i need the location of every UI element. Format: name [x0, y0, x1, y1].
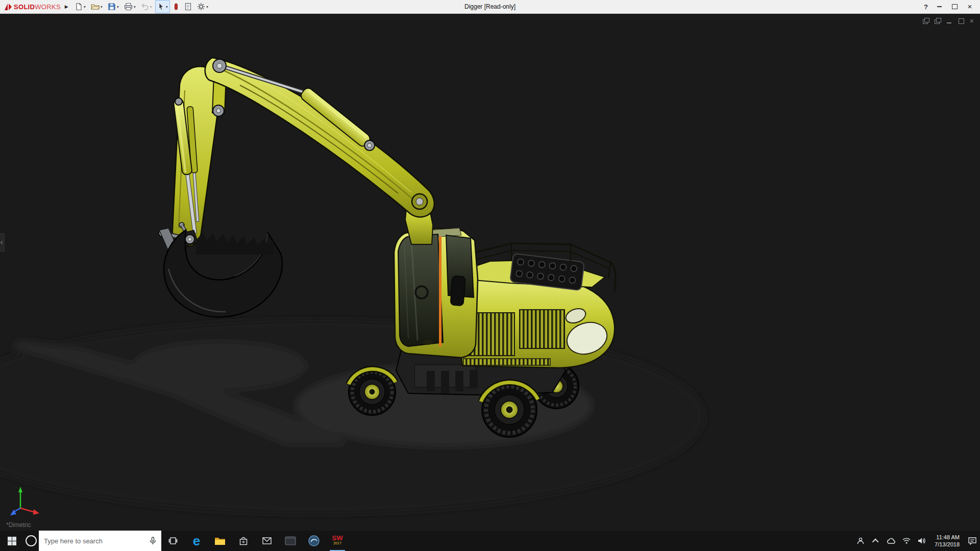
save-button[interactable]: ▾ — [106, 0, 121, 13]
record-macro-icon — [173, 3, 179, 11]
dropdown-caret[interactable]: ▾ — [84, 5, 86, 9]
bucket — [164, 230, 282, 317]
solidworks-rx-icon — [308, 535, 320, 546]
taskbar-clock[interactable]: 11:48 AM 7/13/2018 — [929, 531, 965, 551]
task-view-button[interactable] — [161, 531, 185, 551]
new-document-icon — [75, 3, 83, 11]
select-cursor-icon — [157, 3, 165, 11]
chevron-up-icon — [872, 538, 878, 545]
app-window-button[interactable] — [279, 531, 302, 551]
undo-arrow-icon — [141, 3, 149, 11]
person-icon — [857, 537, 864, 544]
store-button[interactable] — [232, 531, 255, 551]
quick-toolbar: ▾ ▾ ▾ ▾ — [72, 0, 210, 13]
new-window-icon[interactable] — [923, 18, 929, 24]
people-button[interactable] — [853, 531, 868, 551]
cortana-button[interactable] — [23, 531, 39, 551]
dropdown-caret[interactable]: ▾ — [150, 5, 152, 9]
close-button[interactable]: × — [966, 3, 974, 11]
main-boom — [205, 58, 434, 217]
doc-close-icon[interactable]: × — [970, 18, 974, 24]
microphone-icon[interactable] — [144, 537, 161, 545]
task-view-icon — [168, 537, 178, 545]
wifi-icon — [902, 538, 911, 544]
minimize-icon — [937, 6, 942, 7]
dropdown-caret[interactable]: ▾ — [134, 5, 136, 9]
file-properties-button[interactable] — [182, 0, 194, 13]
edge-button[interactable]: e — [185, 531, 208, 551]
view-orientation-label: *Dimetric — [6, 521, 31, 529]
gear-icon — [197, 3, 205, 11]
doc-minimize-icon[interactable] — [946, 18, 953, 24]
dropdown-caret[interactable]: ▾ — [101, 5, 103, 9]
cascade-windows-icon[interactable] — [935, 18, 941, 24]
doc-restore-icon[interactable] — [958, 18, 965, 24]
clock-time: 11:48 AM — [936, 534, 960, 541]
store-icon — [239, 537, 248, 545]
network-button[interactable] — [899, 531, 914, 551]
window-controls: ? × — [924, 3, 980, 11]
orange-pillar-stripe — [439, 236, 442, 346]
edge-icon: e — [193, 534, 200, 547]
search-input[interactable] — [39, 537, 144, 545]
dropdown-caret[interactable]: ▾ — [166, 5, 168, 9]
3ds-mark-icon — [4, 3, 12, 11]
dropdown-caret[interactable]: ▾ — [206, 5, 208, 9]
cloud-icon — [887, 538, 896, 544]
windows-logo-icon — [8, 537, 16, 545]
door-handle — [423, 340, 433, 345]
digger-3d-model[interactable] — [0, 14, 980, 531]
onedrive-button[interactable] — [884, 531, 899, 551]
start-button[interactable] — [0, 531, 23, 551]
cab — [394, 228, 478, 358]
taskbar: e SW 2017 — [0, 531, 980, 551]
taskbar-search[interactable] — [39, 531, 161, 551]
volume-button[interactable] — [914, 531, 929, 551]
printer-icon — [124, 3, 133, 11]
select-tool-button[interactable]: ▾ — [155, 0, 170, 13]
orientation-triad-icon — [3, 484, 46, 518]
minimize-button[interactable] — [935, 3, 943, 11]
mail-icon — [262, 537, 272, 544]
graphics-area[interactable]: × *Dimetric — [0, 14, 980, 531]
record-macro-button[interactable] — [171, 0, 181, 13]
speaker-icon — [918, 537, 926, 544]
chevron-left-icon — [0, 240, 4, 244]
print-button[interactable]: ▾ — [122, 0, 138, 13]
action-center-icon — [968, 537, 976, 545]
undo-button[interactable]: ▾ — [139, 0, 154, 13]
seat — [450, 276, 465, 306]
dropdown-caret[interactable]: ▾ — [117, 5, 119, 9]
options-button[interactable]: ▾ — [195, 0, 210, 13]
system-tray: 11:48 AM 7/13/2018 — [853, 531, 980, 551]
help-button[interactable]: ? — [924, 3, 928, 11]
document-window-controls: × — [923, 18, 974, 24]
app-window-icon — [285, 536, 296, 545]
action-center-button[interactable] — [965, 531, 980, 551]
maximize-icon — [952, 4, 958, 9]
clock-date: 7/13/2018 — [935, 541, 960, 548]
file-explorer-icon — [214, 537, 226, 545]
file-explorer-button[interactable] — [208, 531, 232, 551]
open-document-button[interactable]: ▾ — [89, 0, 105, 13]
mail-button[interactable] — [255, 531, 279, 551]
titlebar: SOLIDWORKS ▶ ▾ ▾ ▾ — [0, 0, 980, 14]
featuremanager-collapse-tab[interactable] — [0, 233, 5, 252]
save-floppy-icon — [108, 3, 116, 11]
logo-text-solid: SOLID — [14, 3, 35, 11]
file-properties-icon — [184, 3, 192, 11]
toolbar-flyout-arrow-icon[interactable]: ▶ — [63, 4, 72, 9]
cortana-ring-icon — [26, 535, 37, 546]
maximize-button[interactable] — [950, 3, 959, 11]
new-document-button[interactable]: ▾ — [72, 0, 88, 13]
open-folder-icon — [91, 3, 100, 11]
logo-text-works: WORKS — [35, 3, 61, 11]
hidden-icons-button[interactable] — [868, 531, 884, 551]
solidworks-rx-button[interactable] — [302, 531, 326, 551]
solidworks-2017-icon: SW 2017 — [332, 536, 343, 546]
solidworks-2017-button[interactable]: SW 2017 — [326, 531, 349, 551]
bucket-teeth — [196, 232, 274, 255]
solidworks-logo: SOLIDWORKS — [0, 2, 63, 11]
